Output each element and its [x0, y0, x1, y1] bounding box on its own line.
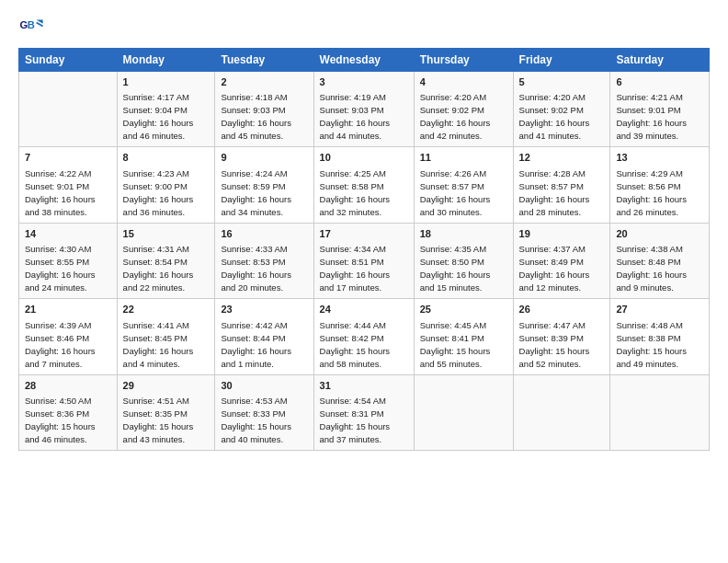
day-number: 19 — [519, 227, 605, 241]
calendar-cell: 8Sunrise: 4:23 AM Sunset: 9:00 PM Daylig… — [117, 147, 215, 223]
calendar-cell: 30Sunrise: 4:53 AM Sunset: 8:33 PM Dayli… — [215, 374, 313, 450]
logo: G B — [18, 15, 48, 40]
day-info: Sunrise: 4:20 AM Sunset: 9:02 PM Dayligh… — [420, 92, 491, 141]
calendar-cell: 5Sunrise: 4:20 AM Sunset: 9:02 PM Daylig… — [513, 72, 610, 147]
day-info: Sunrise: 4:23 AM Sunset: 9:00 PM Dayligh… — [123, 168, 194, 217]
calendar-cell: 4Sunrise: 4:20 AM Sunset: 9:02 PM Daylig… — [414, 72, 513, 147]
col-header-thursday: Thursday — [414, 49, 513, 72]
calendar-cell — [610, 374, 710, 450]
calendar-cell: 1Sunrise: 4:17 AM Sunset: 9:04 PM Daylig… — [117, 72, 215, 147]
calendar-cell: 27Sunrise: 4:48 AM Sunset: 8:38 PM Dayli… — [610, 299, 710, 374]
day-info: Sunrise: 4:45 AM Sunset: 8:41 PM Dayligh… — [420, 320, 491, 369]
calendar-cell: 28Sunrise: 4:50 AM Sunset: 8:36 PM Dayli… — [19, 374, 118, 450]
calendar-cell: 17Sunrise: 4:34 AM Sunset: 8:51 PM Dayli… — [313, 223, 414, 298]
day-number: 6 — [616, 75, 703, 89]
day-number: 12 — [519, 151, 605, 165]
calendar-cell: 25Sunrise: 4:45 AM Sunset: 8:41 PM Dayli… — [414, 299, 513, 374]
calendar-cell: 16Sunrise: 4:33 AM Sunset: 8:53 PM Dayli… — [215, 223, 313, 298]
day-info: Sunrise: 4:26 AM Sunset: 8:57 PM Dayligh… — [420, 168, 491, 217]
day-info: Sunrise: 4:25 AM Sunset: 8:58 PM Dayligh… — [320, 168, 391, 217]
day-info: Sunrise: 4:35 AM Sunset: 8:50 PM Dayligh… — [420, 244, 491, 293]
calendar-cell: 18Sunrise: 4:35 AM Sunset: 8:50 PM Dayli… — [414, 223, 513, 298]
calendar-cell: 7Sunrise: 4:22 AM Sunset: 9:01 PM Daylig… — [19, 147, 118, 223]
day-number: 25 — [420, 303, 507, 316]
day-number: 3 — [320, 75, 408, 89]
day-info: Sunrise: 4:29 AM Sunset: 8:56 PM Dayligh… — [616, 168, 687, 217]
day-info: Sunrise: 4:22 AM Sunset: 9:01 PM Dayligh… — [25, 168, 96, 217]
day-info: Sunrise: 4:19 AM Sunset: 9:03 PM Dayligh… — [320, 92, 391, 141]
day-number: 11 — [420, 151, 507, 165]
day-number: 16 — [221, 227, 307, 241]
day-info: Sunrise: 4:54 AM Sunset: 8:31 PM Dayligh… — [320, 396, 391, 444]
col-header-wednesday: Wednesday — [313, 49, 414, 72]
day-number: 1 — [123, 75, 210, 89]
calendar-cell: 10Sunrise: 4:25 AM Sunset: 8:58 PM Dayli… — [313, 147, 414, 223]
day-info: Sunrise: 4:24 AM Sunset: 8:59 PM Dayligh… — [221, 168, 291, 217]
calendar-cell: 15Sunrise: 4:31 AM Sunset: 8:54 PM Dayli… — [117, 223, 215, 298]
calendar-cell: 26Sunrise: 4:47 AM Sunset: 8:39 PM Dayli… — [513, 299, 610, 374]
col-header-tuesday: Tuesday — [215, 49, 313, 72]
day-number: 31 — [320, 379, 408, 393]
table-row: 28Sunrise: 4:50 AM Sunset: 8:36 PM Dayli… — [19, 374, 710, 450]
day-number: 5 — [519, 75, 605, 89]
day-info: Sunrise: 4:47 AM Sunset: 8:39 PM Dayligh… — [519, 320, 590, 369]
day-info: Sunrise: 4:31 AM Sunset: 8:54 PM Dayligh… — [123, 244, 194, 293]
day-info: Sunrise: 4:41 AM Sunset: 8:45 PM Dayligh… — [123, 320, 194, 369]
day-number: 20 — [616, 227, 703, 241]
calendar-cell — [19, 72, 118, 147]
col-header-saturday: Saturday — [610, 49, 710, 72]
day-number: 9 — [221, 151, 307, 165]
day-info: Sunrise: 4:37 AM Sunset: 8:49 PM Dayligh… — [519, 244, 590, 293]
day-number: 4 — [420, 75, 507, 89]
calendar-cell: 12Sunrise: 4:28 AM Sunset: 8:57 PM Dayli… — [513, 147, 610, 223]
calendar-cell: 24Sunrise: 4:44 AM Sunset: 8:42 PM Dayli… — [313, 299, 414, 374]
calendar-cell: 23Sunrise: 4:42 AM Sunset: 8:44 PM Dayli… — [215, 299, 313, 374]
svg-text:G: G — [19, 19, 28, 30]
calendar-cell: 21Sunrise: 4:39 AM Sunset: 8:46 PM Dayli… — [19, 299, 118, 374]
day-number: 7 — [25, 151, 111, 165]
day-info: Sunrise: 4:48 AM Sunset: 8:38 PM Dayligh… — [616, 320, 687, 369]
calendar-cell: 29Sunrise: 4:51 AM Sunset: 8:35 PM Dayli… — [117, 374, 215, 450]
day-info: Sunrise: 4:53 AM Sunset: 8:33 PM Dayligh… — [221, 396, 291, 444]
day-info: Sunrise: 4:38 AM Sunset: 8:48 PM Dayligh… — [616, 244, 687, 293]
day-number: 14 — [25, 227, 111, 241]
calendar-cell: 20Sunrise: 4:38 AM Sunset: 8:48 PM Dayli… — [610, 223, 710, 298]
calendar-cell: 13Sunrise: 4:29 AM Sunset: 8:56 PM Dayli… — [610, 147, 710, 223]
day-number: 17 — [320, 227, 408, 241]
logo-icon: G B — [18, 15, 44, 40]
calendar-cell: 6Sunrise: 4:21 AM Sunset: 9:01 PM Daylig… — [610, 72, 710, 147]
day-info: Sunrise: 4:42 AM Sunset: 8:44 PM Dayligh… — [221, 320, 291, 369]
day-info: Sunrise: 4:28 AM Sunset: 8:57 PM Dayligh… — [519, 168, 590, 217]
table-header-row: SundayMondayTuesdayWednesdayThursdayFrid… — [19, 49, 710, 72]
col-header-sunday: Sunday — [19, 49, 118, 72]
day-info: Sunrise: 4:20 AM Sunset: 9:02 PM Dayligh… — [519, 92, 590, 141]
col-header-monday: Monday — [117, 49, 215, 72]
svg-text:B: B — [28, 19, 35, 30]
day-number: 29 — [123, 379, 210, 393]
calendar-cell: 22Sunrise: 4:41 AM Sunset: 8:45 PM Dayli… — [117, 299, 215, 374]
day-number: 10 — [320, 151, 408, 165]
day-info: Sunrise: 4:18 AM Sunset: 9:03 PM Dayligh… — [221, 92, 291, 141]
table-row: 21Sunrise: 4:39 AM Sunset: 8:46 PM Dayli… — [19, 299, 710, 374]
day-number: 22 — [123, 303, 210, 316]
day-number: 28 — [25, 379, 111, 393]
day-info: Sunrise: 4:34 AM Sunset: 8:51 PM Dayligh… — [320, 244, 391, 293]
day-number: 15 — [123, 227, 210, 241]
day-number: 27 — [616, 303, 703, 316]
calendar-cell: 3Sunrise: 4:19 AM Sunset: 9:03 PM Daylig… — [313, 72, 414, 147]
day-number: 24 — [320, 303, 408, 316]
day-number: 23 — [221, 303, 307, 316]
calendar-cell: 9Sunrise: 4:24 AM Sunset: 8:59 PM Daylig… — [215, 147, 313, 223]
day-info: Sunrise: 4:44 AM Sunset: 8:42 PM Dayligh… — [320, 320, 391, 369]
day-info: Sunrise: 4:33 AM Sunset: 8:53 PM Dayligh… — [221, 244, 291, 293]
page-header: G B — [18, 15, 710, 40]
table-row: 14Sunrise: 4:30 AM Sunset: 8:55 PM Dayli… — [19, 223, 710, 298]
day-number: 26 — [519, 303, 605, 316]
calendar-cell — [414, 374, 513, 450]
day-info: Sunrise: 4:30 AM Sunset: 8:55 PM Dayligh… — [25, 244, 96, 293]
day-number: 30 — [221, 379, 307, 393]
day-number: 18 — [420, 227, 507, 241]
day-info: Sunrise: 4:17 AM Sunset: 9:04 PM Dayligh… — [123, 92, 194, 141]
calendar-cell — [513, 374, 610, 450]
day-info: Sunrise: 4:51 AM Sunset: 8:35 PM Dayligh… — [123, 396, 194, 444]
